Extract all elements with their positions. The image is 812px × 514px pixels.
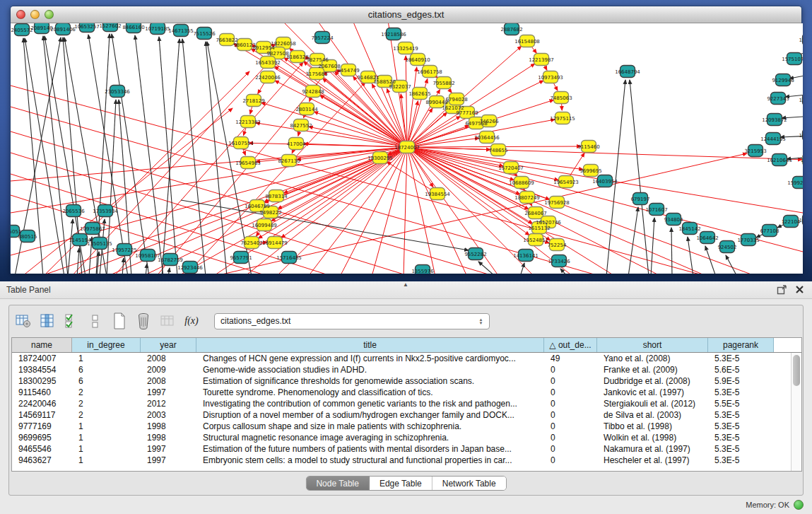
table-cell[interactable]: 9463627 [12, 455, 72, 466]
table-cell[interactable]: Embryonic stem cells: a model to study s… [196, 455, 544, 466]
table-cell[interactable]: 2008 [141, 375, 196, 387]
window-titlebar[interactable]: citations_edges.txt [11, 6, 801, 23]
table-cell[interactable]: 9465546 [12, 443, 72, 455]
table-cell[interactable]: 18300295 [12, 375, 72, 387]
table-cell[interactable]: 5.5E-5 [708, 398, 774, 409]
table-cell[interactable]: Tourette syndrome. Phenomenology and cla… [196, 387, 544, 398]
table-row[interactable]: 1830029562008Estimation of significance … [12, 375, 791, 387]
table-cell[interactable]: 0 [544, 432, 597, 443]
table-cell[interactable]: 6 [72, 364, 141, 375]
column-header-title[interactable]: title [196, 338, 544, 352]
table-row[interactable]: 946554611997Estimation of the future num… [12, 443, 791, 455]
column-header-pagerank[interactable]: pagerank [708, 338, 774, 352]
table-cell[interactable]: Genome-wide association studies in ADHD. [196, 364, 544, 375]
table-cell[interactable]: Stergiakouli et al. (2012) [597, 398, 708, 409]
column-header-short[interactable]: short [597, 338, 708, 352]
table-cell[interactable]: Nakamura et al. (1997) [597, 443, 708, 455]
table-cell[interactable]: 1997 [141, 387, 196, 398]
table-cell[interactable]: 0 [544, 398, 597, 409]
table-cell[interactable]: 19384554 [12, 364, 72, 375]
table-cell[interactable]: 1 [72, 353, 141, 364]
table-cell[interactable]: Hescheler et al. (1997) [597, 455, 708, 466]
table-cell[interactable]: Jankovic et al. (1997) [597, 387, 708, 398]
tab-node-table[interactable]: Node Table [306, 477, 370, 490]
table-cell[interactable]: Estimation of significance thresholds fo… [196, 375, 544, 387]
table-cell[interactable]: 1 [72, 443, 141, 455]
column-header-year[interactable]: year [141, 338, 196, 352]
table-cell[interactable]: 1998 [141, 421, 196, 432]
table-cell[interactable]: 9699695 [12, 432, 72, 443]
table-cell[interactable]: Investigating the contribution of common… [196, 398, 544, 409]
table-cell[interactable]: Corpus callosum shape and size in male p… [196, 421, 544, 432]
float-window-icon[interactable] [777, 284, 787, 295]
table-cell[interactable]: 0 [544, 455, 597, 466]
table-cell[interactable]: 5.6E-5 [708, 364, 774, 375]
table-cell[interactable]: 5.3E-5 [708, 421, 774, 432]
table-vertical-scrollbar[interactable] [791, 353, 801, 471]
network-view[interactable]: 1872400724055722089140208914061065325715… [11, 23, 803, 274]
table-cell[interactable]: 9777169 [12, 421, 72, 432]
column-header-out_de[interactable]: △ out_de... [544, 338, 597, 352]
table-cell[interactable]: Wolkin et al. (1998) [597, 432, 708, 443]
memory-status-led[interactable] [794, 500, 804, 510]
table-row[interactable]: 2242004622012Investigating the contribut… [12, 398, 791, 409]
table-cell[interactable]: 2 [72, 398, 141, 409]
table-cell[interactable]: 0 [544, 443, 597, 455]
table-cell[interactable]: 5.9E-5 [708, 375, 774, 387]
scrollbar-thumb[interactable] [793, 355, 800, 386]
table-cell[interactable]: 2 [72, 409, 141, 421]
table-cell[interactable]: 2 [72, 387, 141, 398]
tab-edge-table[interactable]: Edge Table [370, 477, 433, 490]
unselect-all-icon[interactable] [87, 313, 104, 329]
table-cell[interactable]: 5.3E-5 [708, 353, 774, 364]
table-cell[interactable]: 1998 [141, 432, 196, 443]
table-cell[interactable]: 1997 [141, 455, 196, 466]
show-columns-icon[interactable] [39, 313, 56, 329]
panel-resize-handle[interactable]: ▲ [403, 281, 408, 288]
table-cell[interactable]: Franke et al. (2009) [597, 364, 708, 375]
table-cell[interactable]: 5.3E-5 [708, 432, 774, 443]
table-cell[interactable]: 2009 [141, 364, 196, 375]
table-cell[interactable]: Structural magnetic resonance image aver… [196, 432, 544, 443]
table-cell[interactable]: 49 [544, 353, 597, 364]
column-header-in_degree[interactable]: in_degree [72, 338, 141, 352]
table-cell[interactable]: 1 [72, 432, 141, 443]
table-cell[interactable]: 18724007 [12, 353, 72, 364]
column-header-name[interactable]: name [12, 338, 72, 352]
import-table-icon[interactable] [159, 313, 176, 329]
table-cell[interactable]: 1 [72, 421, 141, 432]
table-cell[interactable]: Disruption of a novel member of a sodium… [196, 409, 544, 421]
table-cell[interactable]: 1997 [141, 443, 196, 455]
table-cell[interactable]: 2003 [141, 409, 196, 421]
new-table-icon[interactable] [111, 313, 128, 329]
network-graph[interactable]: 1872400724055722089140208914061065325715… [11, 23, 803, 274]
table-row[interactable]: 911546021997Tourette syndrome. Phenomeno… [12, 387, 791, 398]
table-cell[interactable]: Dudbridge et al. (2008) [597, 375, 708, 387]
table-cell[interactable]: 0 [544, 409, 597, 421]
table-cell[interactable]: 0 [544, 375, 597, 387]
table-cell[interactable]: 5.3E-5 [708, 443, 774, 455]
table-row[interactable]: 1872400712008Changes of HCN gene express… [12, 353, 791, 364]
select-all-icon[interactable] [63, 313, 80, 329]
table-row[interactable]: 1938455462009Genome-wide association stu… [12, 364, 791, 375]
table-cell[interactable]: 2008 [141, 353, 196, 364]
delete-table-icon[interactable] [135, 313, 152, 329]
table-cell[interactable]: 0 [544, 364, 597, 375]
table-cell[interactable]: Changes of HCN gene expression and I(f) … [196, 353, 544, 364]
table-cell[interactable]: 6 [72, 375, 141, 387]
table-cell[interactable]: de Silva et al. (2003) [597, 409, 708, 421]
tab-network-table[interactable]: Network Table [433, 477, 506, 490]
table-cell[interactable]: 14569117 [12, 409, 72, 421]
table-settings-icon[interactable] [15, 313, 32, 329]
table-cell[interactable]: 5.3E-5 [708, 455, 774, 466]
function-builder-icon[interactable]: f(x) [183, 313, 200, 329]
table-row[interactable]: 969969511998Structural magnetic resonanc… [12, 432, 791, 443]
table-cell[interactable]: 9115460 [12, 387, 72, 398]
close-icon[interactable] [794, 284, 805, 295]
table-cell[interactable]: Yano et al. (2008) [597, 353, 708, 364]
table-cell[interactable]: 0 [544, 421, 597, 432]
network-table-selector[interactable]: citations_edges.txt ▲▼ [214, 313, 490, 329]
table-cell[interactable]: 2012 [141, 398, 196, 409]
table-cell[interactable]: Estimation of the future numbers of pati… [196, 443, 544, 455]
table-row[interactable]: 977716911998Corpus callosum shape and si… [12, 421, 791, 432]
